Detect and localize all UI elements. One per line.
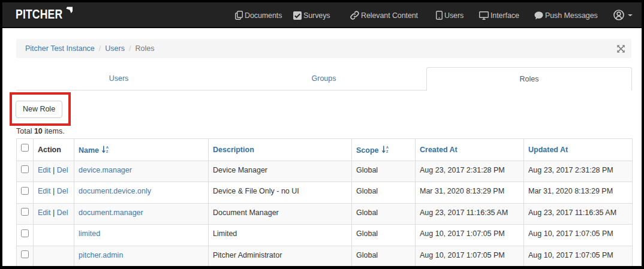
svg-text:Z: Z — [106, 150, 109, 153]
svg-text:Z: Z — [386, 150, 389, 153]
svg-text:A: A — [106, 146, 109, 149]
svg-text:A: A — [386, 146, 389, 149]
